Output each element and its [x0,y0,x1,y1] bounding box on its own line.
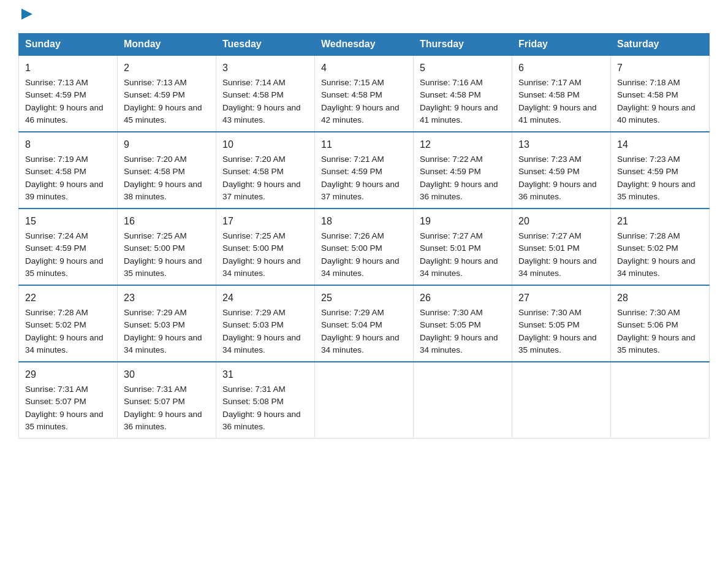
header-saturday: Saturday [611,34,710,56]
day-number: 29 [25,367,111,382]
calendar-cell [315,362,414,439]
week-row-1: 1Sunrise: 7:13 AMSunset: 4:59 PMDaylight… [19,55,710,132]
week-row-3: 15Sunrise: 7:24 AMSunset: 4:59 PMDayligh… [19,209,710,285]
day-number: 22 [25,291,111,305]
calendar-cell: 9Sunrise: 7:20 AMSunset: 4:58 PMDaylight… [118,132,216,209]
day-number: 31 [222,367,308,382]
calendar-cell: 4Sunrise: 7:15 AMSunset: 4:58 PMDaylight… [315,55,414,132]
calendar-cell: 6Sunrise: 7:17 AMSunset: 4:58 PMDaylight… [512,55,611,132]
day-number: 7 [617,61,703,75]
day-number: 21 [617,214,703,229]
day-number: 11 [321,137,407,152]
day-number: 24 [222,291,308,305]
day-number: 14 [617,137,703,152]
calendar-cell: 3Sunrise: 7:14 AMSunset: 4:58 PMDaylight… [216,55,315,132]
calendar-table: SundayMondayTuesdayWednesdayThursdayFrid… [18,33,710,439]
day-number: 20 [518,214,604,229]
logo-triangle-icon [20,7,34,21]
week-row-5: 29Sunrise: 7:31 AMSunset: 5:07 PMDayligh… [19,362,710,439]
calendar-cell: 10Sunrise: 7:20 AMSunset: 4:58 PMDayligh… [216,132,315,209]
page-header [18,12,710,21]
day-number: 8 [25,137,111,152]
header-sunday: Sunday [19,34,118,56]
day-number: 12 [420,137,506,152]
svg-marker-0 [21,9,32,20]
calendar-cell: 24Sunrise: 7:29 AMSunset: 5:03 PMDayligh… [216,285,315,362]
day-number: 18 [321,214,407,229]
calendar-cell: 26Sunrise: 7:30 AMSunset: 5:05 PMDayligh… [414,285,512,362]
calendar-cell: 23Sunrise: 7:29 AMSunset: 5:03 PMDayligh… [118,285,216,362]
calendar-cell: 11Sunrise: 7:21 AMSunset: 4:59 PMDayligh… [315,132,414,209]
header-wednesday: Wednesday [315,34,414,56]
day-number: 17 [222,214,308,229]
calendar-cell: 16Sunrise: 7:25 AMSunset: 5:00 PMDayligh… [118,209,216,285]
calendar-cell [611,362,710,439]
calendar-cell: 31Sunrise: 7:31 AMSunset: 5:08 PMDayligh… [216,362,315,439]
day-number: 26 [420,291,506,305]
calendar-cell [414,362,512,439]
calendar-cell: 20Sunrise: 7:27 AMSunset: 5:01 PMDayligh… [512,209,611,285]
day-number: 1 [25,61,111,75]
day-number: 27 [518,291,604,305]
calendar-cell: 14Sunrise: 7:23 AMSunset: 4:59 PMDayligh… [611,132,710,209]
calendar-cell: 7Sunrise: 7:18 AMSunset: 4:58 PMDaylight… [611,55,710,132]
day-number: 15 [25,214,111,229]
calendar-cell: 22Sunrise: 7:28 AMSunset: 5:02 PMDayligh… [19,285,118,362]
calendar-cell: 13Sunrise: 7:23 AMSunset: 4:59 PMDayligh… [512,132,611,209]
day-number: 16 [124,214,210,229]
day-number: 5 [420,61,506,75]
calendar-cell: 18Sunrise: 7:26 AMSunset: 5:00 PMDayligh… [315,209,414,285]
calendar-cell: 25Sunrise: 7:29 AMSunset: 5:04 PMDayligh… [315,285,414,362]
calendar-cell: 27Sunrise: 7:30 AMSunset: 5:05 PMDayligh… [512,285,611,362]
day-number: 25 [321,291,407,305]
calendar-cell: 8Sunrise: 7:19 AMSunset: 4:58 PMDaylight… [19,132,118,209]
weekday-header-row: SundayMondayTuesdayWednesdayThursdayFrid… [19,34,710,56]
day-number: 13 [518,137,604,152]
day-number: 2 [124,61,210,75]
week-row-2: 8Sunrise: 7:19 AMSunset: 4:58 PMDaylight… [19,132,710,209]
day-number: 19 [420,214,506,229]
day-number: 30 [124,367,210,382]
logo [18,12,34,21]
calendar-cell: 2Sunrise: 7:13 AMSunset: 4:59 PMDaylight… [118,55,216,132]
day-number: 28 [617,291,703,305]
calendar-cell: 5Sunrise: 7:16 AMSunset: 4:58 PMDaylight… [414,55,512,132]
calendar-cell: 15Sunrise: 7:24 AMSunset: 4:59 PMDayligh… [19,209,118,285]
week-row-4: 22Sunrise: 7:28 AMSunset: 5:02 PMDayligh… [19,285,710,362]
calendar-cell: 21Sunrise: 7:28 AMSunset: 5:02 PMDayligh… [611,209,710,285]
calendar-cell: 19Sunrise: 7:27 AMSunset: 5:01 PMDayligh… [414,209,512,285]
calendar-cell: 28Sunrise: 7:30 AMSunset: 5:06 PMDayligh… [611,285,710,362]
calendar-cell: 17Sunrise: 7:25 AMSunset: 5:00 PMDayligh… [216,209,315,285]
day-number: 4 [321,61,407,75]
calendar-cell: 1Sunrise: 7:13 AMSunset: 4:59 PMDaylight… [19,55,118,132]
header-thursday: Thursday [414,34,512,56]
day-number: 9 [124,137,210,152]
header-monday: Monday [118,34,216,56]
calendar-cell: 30Sunrise: 7:31 AMSunset: 5:07 PMDayligh… [118,362,216,439]
day-number: 10 [222,137,308,152]
header-tuesday: Tuesday [216,34,315,56]
calendar-cell [512,362,611,439]
day-number: 23 [124,291,210,305]
calendar-cell: 12Sunrise: 7:22 AMSunset: 4:59 PMDayligh… [414,132,512,209]
day-number: 6 [518,61,604,75]
calendar-cell: 29Sunrise: 7:31 AMSunset: 5:07 PMDayligh… [19,362,118,439]
header-friday: Friday [512,34,611,56]
day-number: 3 [222,61,308,75]
